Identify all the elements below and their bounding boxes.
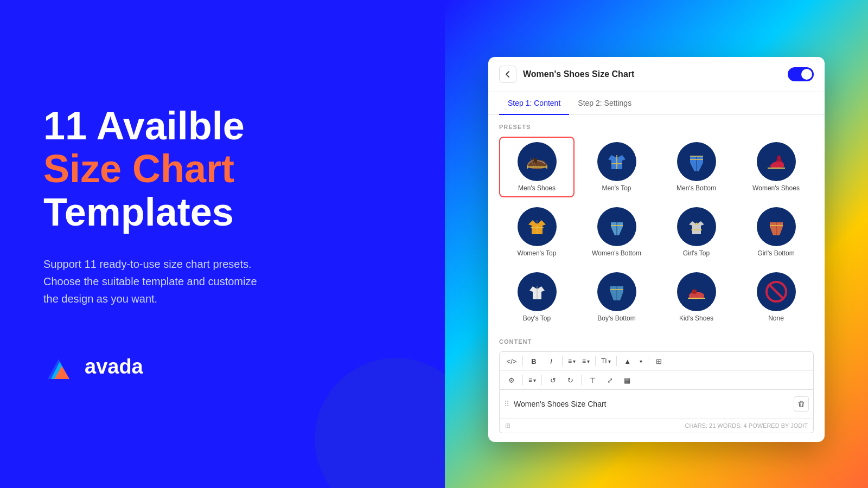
preset-boys-top[interactable]: Boy's Top <box>499 267 575 328</box>
presets-grid: Men's Shoes Men's Top <box>499 137 814 328</box>
preset-label-boys-top: Boy's Top <box>523 314 551 322</box>
toolbar-link-btn[interactable]: ⚙ <box>504 373 519 387</box>
toolbar-align-dropdown[interactable]: ≡ ▾ <box>526 375 538 385</box>
preset-label-womens-bottom: Women's Bottom <box>592 249 641 257</box>
editor-footer: ⊞ CHARS: 21 WORDS: 4 POWERED BY JODIT <box>500 419 813 433</box>
toolbar-list-dropdown[interactable]: ≡ ▾ <box>566 356 578 366</box>
app-window: Women's Shoes Size Chart Step 1: Content… <box>488 57 825 442</box>
toolbar-undo-btn[interactable]: ↺ <box>545 373 560 387</box>
preset-girls-top[interactable]: Girl's Top <box>659 202 734 262</box>
editor-content-text[interactable]: Women's Shoes Size Chart <box>514 400 789 408</box>
preset-label-mens-bottom: Men's Bottom <box>676 184 716 192</box>
tab-settings[interactable]: Step 2: Settings <box>569 92 640 115</box>
footer-icon: ⊞ <box>505 422 510 429</box>
editor-stats: CHARS: 21 WORDS: 4 POWERED BY JODIT <box>685 422 808 429</box>
left-panel: 11 Availble Size Chart Templates Support… <box>0 0 445 488</box>
toolbar-text-dropdown[interactable]: TI ▾ <box>599 356 613 366</box>
delete-content-button[interactable] <box>794 396 809 412</box>
preset-none[interactable]: None <box>738 267 814 328</box>
right-panel: Women's Shoes Size Chart Step 1: Content… <box>445 0 868 488</box>
preset-label-kids-shoes: Kid's Shoes <box>679 314 713 322</box>
drag-handle[interactable]: ⠿ <box>504 400 509 408</box>
preset-womens-shoes[interactable]: Women's Shoes <box>738 137 814 197</box>
preset-mens-bottom[interactable]: Men's Bottom <box>659 137 734 197</box>
toolbar-image-btn[interactable]: ▦ <box>620 373 635 387</box>
subtext: Support 11 ready-to-use size chart prese… <box>43 255 326 307</box>
preset-girls-bottom[interactable]: Girl's Bottom <box>738 202 814 262</box>
toolbar-bold-btn[interactable]: B <box>526 354 541 368</box>
heading-line1: 11 Availble <box>43 105 401 147</box>
toolbar-indent-dropdown[interactable]: ≡ ▾ <box>580 356 592 366</box>
preset-boys-bottom[interactable]: Boy's Bottom <box>579 267 654 328</box>
preset-label-boys-bottom: Boy's Bottom <box>597 314 635 322</box>
editor-body: ⠿ Women's Shoes Size Chart ⊞ CHARS: 21 W… <box>499 390 814 433</box>
heading-line3: Templates <box>43 191 401 234</box>
toolbar-fullscreen-btn[interactable]: ⤢ <box>602 373 617 387</box>
avada-logo-icon <box>43 351 76 383</box>
presets-label: PRESETS <box>499 124 814 130</box>
editor-section: CONTENT </> B I ≡ ▾ ≡ ▾ TI ▾ ▲ ▾ <box>499 338 814 433</box>
preset-kids-shoes[interactable]: Kid's Shoes <box>659 267 734 328</box>
toolbar-row-1: </> B I ≡ ▾ ≡ ▾ TI ▾ ▲ ▾ ⊞ <box>500 352 813 371</box>
toolbar-row-2: ⚙ ≡ ▾ ↺ ↻ ⊤ ⤢ ▦ <box>500 371 813 389</box>
preset-womens-top[interactable]: Women's Top <box>499 202 575 262</box>
tabs-bar: Step 1: Content Step 2: Settings <box>488 92 825 115</box>
preset-mens-top[interactable]: Men's Top <box>579 137 654 197</box>
editor-content-row: ⠿ Women's Shoes Size Chart <box>500 390 813 419</box>
preset-label-womens-shoes: Women's Shoes <box>752 184 800 192</box>
heading-line2: Size Chart <box>43 147 401 190</box>
logo-text: avada <box>85 355 143 378</box>
window-title: Women's Shoes Size Chart <box>523 69 781 79</box>
toolbar-redo-btn[interactable]: ↻ <box>563 373 578 387</box>
toolbar-table-btn[interactable]: ⊞ <box>652 354 667 368</box>
window-header: Women's Shoes Size Chart <box>488 57 825 92</box>
toolbar-color-dropdown[interactable]: ▾ <box>637 357 644 365</box>
preset-label-mens-shoes: Men's Shoes <box>518 184 556 192</box>
toolbar-code-btn[interactable]: </> <box>504 354 519 368</box>
preset-label-none: None <box>768 314 784 322</box>
preset-label-girls-bottom: Girl's Bottom <box>757 249 794 257</box>
toggle-switch[interactable] <box>788 67 814 81</box>
svg-rect-28 <box>692 290 697 294</box>
preset-label-mens-top: Men's Top <box>602 184 631 192</box>
editor-toolbar: </> B I ≡ ▾ ≡ ▾ TI ▾ ▲ ▾ ⊞ <box>499 351 814 390</box>
back-button[interactable] <box>499 66 516 83</box>
window-content: PRESETS <box>488 115 825 442</box>
tab-content[interactable]: Step 1: Content <box>499 92 569 115</box>
preset-mens-shoes[interactable]: Men's Shoes <box>499 137 575 197</box>
preset-label-girls-top: Girl's Top <box>683 249 710 257</box>
preset-label-womens-top: Women's Top <box>518 249 557 257</box>
content-label: CONTENT <box>499 338 814 345</box>
toolbar-paste-btn[interactable]: ⊤ <box>585 373 600 387</box>
toolbar-italic-btn[interactable]: I <box>544 354 559 368</box>
svg-line-31 <box>769 284 784 299</box>
logo-area: avada <box>43 351 401 383</box>
toolbar-color-btn[interactable]: ▲ <box>620 354 635 368</box>
preset-womens-bottom[interactable]: Women's Bottom <box>579 202 654 262</box>
